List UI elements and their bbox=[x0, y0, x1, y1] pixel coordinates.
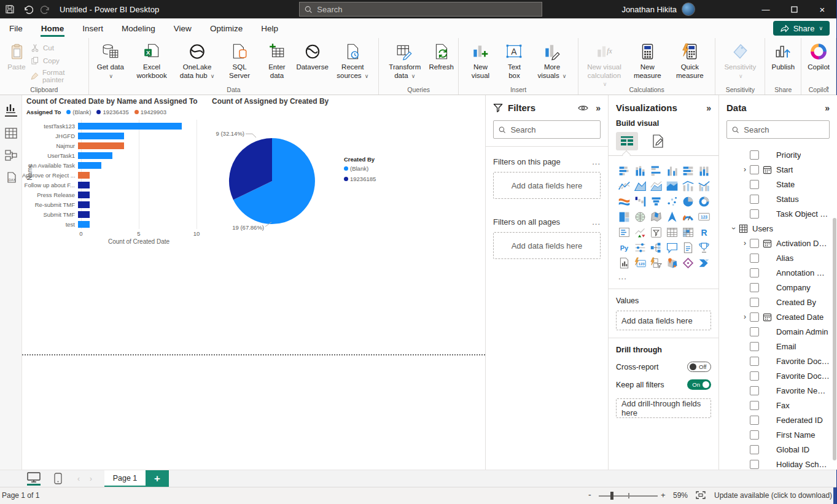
paginated-report-icon[interactable] bbox=[616, 255, 632, 271]
field-checkbox[interactable] bbox=[750, 401, 759, 410]
ribbon-text-box-button[interactable]: AText box bbox=[499, 41, 529, 82]
table-view-button[interactable] bbox=[4, 128, 18, 139]
collapse-ribbon-icon[interactable]: ⌃ bbox=[825, 85, 830, 502]
desktop-layout-button[interactable] bbox=[27, 472, 41, 486]
account-menu[interactable]: Jonathan Hikita bbox=[621, 0, 695, 18]
cross-report-toggle[interactable]: Off bbox=[687, 362, 711, 372]
bar[interactable] bbox=[78, 133, 124, 139]
build-visual-tab[interactable] bbox=[616, 132, 638, 150]
ribbon-cut-button[interactable]: Cut bbox=[30, 43, 85, 53]
data-search-box[interactable] bbox=[726, 120, 830, 139]
more-visual-options-icon[interactable]: ... bbox=[618, 272, 711, 281]
field-checkbox[interactable] bbox=[750, 298, 759, 307]
field-checkbox[interactable] bbox=[750, 150, 759, 160]
field-checkbox[interactable] bbox=[750, 430, 759, 440]
field-email[interactable]: Email bbox=[726, 339, 830, 354]
global-search-box[interactable] bbox=[299, 2, 542, 17]
bar[interactable] bbox=[78, 152, 112, 159]
ribbon-recent-sources-button[interactable]: Recent sources ∨ bbox=[330, 41, 375, 82]
ribbon-new-visual-button[interactable]: New visual bbox=[462, 41, 499, 82]
slicer-button-icon[interactable] bbox=[648, 255, 664, 271]
ribbon-new-visual-calculation-button[interactable]: fxNew visual calculation ∨ bbox=[582, 41, 627, 90]
filters-search-box[interactable] bbox=[493, 120, 601, 139]
pie-chart-visual[interactable]: Count of Assigned by Created By 9 (32.14… bbox=[209, 95, 387, 249]
field-global-id[interactable]: Global ID bbox=[726, 442, 830, 457]
field-status[interactable]: Status bbox=[726, 192, 830, 206]
field-annotation-repl[interactable]: Annotation Repl... bbox=[726, 265, 830, 280]
zoom-slider-handle[interactable] bbox=[610, 492, 613, 500]
clustered-column-chart-icon[interactable] bbox=[664, 163, 680, 179]
field-users[interactable]: ›Users bbox=[726, 221, 830, 236]
menu-help[interactable]: Help bbox=[252, 18, 287, 38]
collapse-visualizations-icon[interactable]: » bbox=[706, 103, 711, 113]
maximize-button[interactable] bbox=[780, 0, 808, 18]
slicer-icon[interactable] bbox=[648, 225, 664, 240]
100-stacked-bar-chart-icon[interactable] bbox=[680, 163, 696, 179]
field-checkbox[interactable] bbox=[750, 371, 759, 381]
r-script-visual-icon[interactable]: R bbox=[696, 225, 712, 240]
ribbon-more-visuals-button[interactable]: More visuals ∨ bbox=[529, 41, 575, 82]
stacked-area-chart-icon[interactable] bbox=[648, 179, 664, 194]
field-checkbox[interactable] bbox=[750, 460, 759, 469]
field-favorite-docum[interactable]: Favorite Docum... bbox=[726, 368, 830, 383]
multi-row-card-icon[interactable] bbox=[616, 225, 632, 240]
line-chart-icon[interactable] bbox=[616, 179, 632, 194]
field-created-by[interactable]: Created By bbox=[726, 295, 830, 309]
treemap-icon[interactable] bbox=[616, 209, 632, 225]
field-checkbox[interactable] bbox=[750, 254, 759, 263]
report-view-button[interactable] bbox=[4, 103, 18, 117]
donut-chart-icon[interactable] bbox=[696, 194, 712, 209]
ribbon-dataverse-button[interactable]: Dataverse bbox=[295, 41, 330, 74]
power-automate-icon[interactable] bbox=[696, 255, 712, 271]
metrics-icon[interactable] bbox=[696, 240, 712, 255]
keep-all-filters-toggle[interactable]: On bbox=[687, 379, 711, 390]
data-search-input[interactable] bbox=[744, 125, 824, 134]
ribbon-copy-button[interactable]: Copy bbox=[30, 56, 85, 66]
field-first-name[interactable]: First Name bbox=[726, 427, 830, 442]
field-favorite-docum[interactable]: Favorite Docum... bbox=[726, 354, 830, 368]
slicer-new-icon[interactable] bbox=[632, 240, 648, 255]
menu-view[interactable]: View bbox=[165, 18, 201, 38]
menu-optimize[interactable]: Optimize bbox=[201, 18, 252, 38]
close-button[interactable]: × bbox=[808, 0, 836, 18]
fit-to-page-icon[interactable] bbox=[696, 491, 706, 499]
ribbon-format-painter-button[interactable]: Format painter bbox=[30, 69, 85, 83]
field-checkbox[interactable] bbox=[750, 386, 759, 395]
eye-icon[interactable] bbox=[578, 104, 588, 112]
smart-narrative-icon[interactable] bbox=[680, 240, 696, 255]
card-icon[interactable]: 123 bbox=[696, 209, 712, 225]
filters-section-menu-icon[interactable]: ... bbox=[592, 157, 601, 166]
filters-section-menu-icon[interactable]: ... bbox=[592, 217, 601, 227]
kpi-icon[interactable] bbox=[632, 225, 648, 240]
bar-chart-visual[interactable]: Count of Created Date by Name and Assign… bbox=[22, 95, 206, 249]
redo-icon[interactable] bbox=[37, 1, 53, 17]
drill-through-dropzone[interactable]: Add drill-through fields here bbox=[616, 398, 711, 418]
field-domain-admin[interactable]: Domain Admin bbox=[726, 324, 830, 339]
bar[interactable] bbox=[78, 142, 124, 149]
bar[interactable] bbox=[78, 211, 90, 218]
field-checkbox[interactable] bbox=[750, 312, 759, 322]
zoom-out-button[interactable]: - bbox=[588, 490, 591, 500]
field-checkbox[interactable] bbox=[750, 445, 759, 454]
100-stacked-area-chart-icon[interactable] bbox=[664, 179, 680, 194]
undo-icon[interactable] bbox=[20, 1, 36, 17]
map-icon[interactable] bbox=[632, 209, 648, 225]
menu-home[interactable]: Home bbox=[32, 18, 74, 38]
power-apps-icon[interactable] bbox=[680, 255, 696, 271]
field-checkbox[interactable] bbox=[750, 342, 759, 351]
menu-file[interactable]: File bbox=[0, 18, 32, 38]
mobile-layout-button[interactable] bbox=[54, 473, 62, 484]
arcgis-map-icon[interactable] bbox=[664, 255, 680, 271]
ribbon-enter-data-button[interactable]: Enter data bbox=[259, 41, 295, 82]
bar[interactable] bbox=[78, 201, 90, 208]
global-search-input[interactable] bbox=[317, 5, 537, 14]
ribbon-quick-measure-button[interactable]: Quick measure bbox=[668, 41, 712, 82]
field-checkbox[interactable] bbox=[750, 327, 759, 336]
field-priority[interactable]: Priority bbox=[726, 147, 830, 162]
menu-insert[interactable]: Insert bbox=[73, 18, 112, 38]
ribbon-sql-server-button[interactable]: SQL Server bbox=[220, 41, 259, 82]
ribbon-new-measure-button[interactable]: New measure bbox=[627, 41, 668, 82]
q-and-a-icon[interactable] bbox=[664, 240, 680, 255]
ribbon-get-data-button[interactable]: Get data ∨ bbox=[92, 41, 130, 82]
next-page-arrow-icon[interactable]: › bbox=[90, 475, 92, 483]
